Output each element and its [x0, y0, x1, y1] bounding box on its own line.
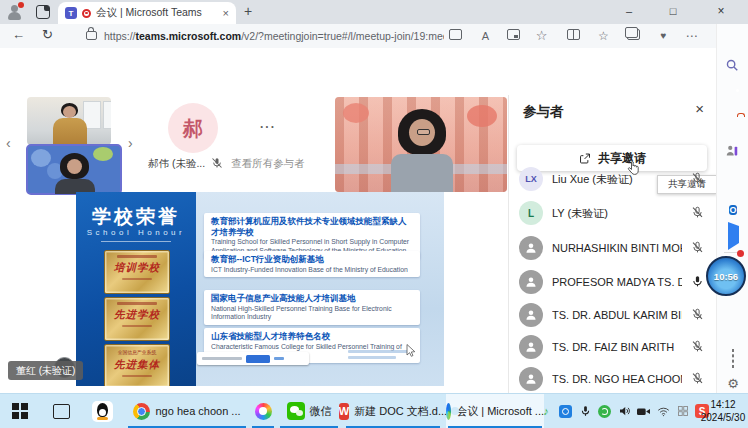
music-tray-icon[interactable]: ♪ — [538, 403, 554, 419]
camera-tray-icon[interactable] — [636, 403, 652, 419]
meeting-toolbar: 22:43 聊天 21 人员 举手 回应 视图 ... 更多 — [0, 48, 716, 96]
participant-avatar[interactable]: 郝 — [168, 103, 218, 153]
slide-subtitle: School Honour — [76, 228, 196, 237]
filmstrip-next-icon[interactable]: › — [128, 135, 133, 151]
participant-row[interactable]: PROFESOR MADYA TS. DR. M... — [509, 268, 717, 296]
new-tab-button[interactable]: + — [244, 3, 252, 19]
tab-search-icon[interactable] — [36, 5, 50, 19]
sidebar-settings-icon[interactable]: ⚙ — [725, 376, 741, 392]
mic-off-icon[interactable] — [691, 308, 705, 322]
mic-off-icon[interactable] — [691, 241, 705, 255]
split-screen-icon[interactable] — [566, 29, 581, 44]
tray-app-icon[interactable] — [558, 403, 574, 419]
read-aloud-icon[interactable]: A — [478, 29, 493, 44]
tab-groups-icon[interactable] — [626, 29, 641, 44]
taskbar-chrome[interactable]: ngo hea choon ... — [126, 394, 248, 428]
speaker-name-row: 郝伟 (未验... 查看所有参与者 — [148, 157, 305, 171]
qq-icon — [92, 401, 113, 422]
audio-device-tray-icon[interactable] — [675, 403, 691, 419]
honour-card-3: 国家电子信息产业高技能人才培训基地 National High-Skilled … — [204, 290, 420, 325]
avatar — [519, 303, 543, 327]
shopping-tag-icon[interactable] — [725, 86, 741, 102]
video-tile-participant-1[interactable] — [27, 97, 111, 145]
notification-dot — [737, 250, 744, 257]
taskbar-qq[interactable] — [86, 394, 118, 428]
window-maximize-button[interactable]: □ — [654, 0, 692, 23]
address-bar[interactable]: https://teams.microsoft.com/v2/?meetingj… — [104, 30, 444, 42]
timer-widget[interactable]: 10:56 — [706, 256, 746, 296]
recording-icon — [82, 9, 91, 18]
search-icon[interactable] — [725, 58, 741, 74]
award-plaque-1: 培训学校 — [104, 250, 170, 294]
taskbar-app-colorwheel[interactable] — [250, 394, 276, 428]
antivirus-tray-icon[interactable] — [597, 403, 613, 419]
screen: T 会议 | Microsoft Teams × + – □ × ← ↻ htt… — [0, 0, 748, 428]
browser-more-icon[interactable]: ⋯ — [684, 29, 699, 44]
avatar: L — [519, 201, 543, 225]
participant-row[interactable]: TS. DR. ABDUL KARIM BIN MO... — [509, 301, 717, 329]
lock-icon[interactable] — [86, 31, 97, 40]
award-plaque-3: 全国信息产业系统 先进集体 — [104, 344, 170, 386]
taskbar-wechat[interactable]: 微信 — [278, 394, 340, 428]
favorites-icon[interactable]: ☆ — [534, 29, 549, 44]
start-button[interactable] — [4, 394, 36, 428]
tab-media-icon[interactable] — [448, 29, 463, 44]
tab-title: 会议 | Microsoft Teams — [96, 6, 218, 20]
screenshot-icon[interactable] — [725, 350, 741, 366]
avatar — [519, 270, 543, 294]
games-icon[interactable] — [725, 144, 741, 160]
tile-more-icon[interactable]: ... — [260, 117, 276, 131]
avatar: LX — [519, 167, 543, 191]
taskbar-clock[interactable]: 14:12 2024/5/30 — [700, 398, 746, 424]
refresh-icon[interactable]: ↻ — [42, 27, 53, 42]
browser-profile-icon[interactable] — [7, 4, 23, 20]
slide-title: 学校荣誉 — [76, 204, 196, 230]
browser-tab[interactable]: T 会议 | Microsoft Teams × — [58, 2, 236, 24]
shared-screen-slide: 学校荣誉 School Honour 培训学校 先进学校 全国信息产业系统 先进… — [76, 192, 444, 386]
browser-essentials-icon[interactable]: ♥ — [656, 29, 671, 44]
wifi-tray-icon[interactable] — [655, 403, 671, 419]
browser-toolbar: ← ↻ https://teams.microsoft.com/v2/?meet… — [0, 24, 748, 49]
collections-icon[interactable]: ☆ — [596, 29, 611, 44]
task-view-button[interactable] — [46, 394, 76, 428]
picture-in-picture-icon[interactable] — [506, 29, 521, 44]
window-minimize-button[interactable]: – — [610, 0, 648, 23]
participant-row[interactable]: TS. DR. NGO HEA CHOON — [509, 365, 717, 393]
award-plaque-2: 先进学校 — [104, 297, 170, 341]
panel-close-icon[interactable]: × — [695, 100, 704, 117]
task-view-icon — [53, 404, 70, 419]
view-all-participants-link[interactable]: 查看所有参与者 — [231, 157, 305, 171]
mic-off-icon[interactable] — [691, 172, 705, 186]
mouse-cursor — [406, 344, 416, 357]
edge-icon — [446, 403, 451, 420]
microsoft-365-icon[interactable] — [725, 172, 741, 188]
avatar — [519, 236, 543, 260]
volume-tray-icon[interactable] — [616, 403, 632, 419]
participant-row[interactable]: LX Liu Xue (未验证) — [509, 165, 717, 193]
dialog-primary-button — [246, 355, 270, 363]
presenter-name-badge: 董红 (未验证) — [8, 361, 83, 380]
speaker-name: 郝伟 (未验... — [148, 157, 205, 171]
edge-sidebar: O ⚙ — [716, 24, 748, 393]
participant-row[interactable]: TS. DR. FAIZ BIN ARITH — [509, 333, 717, 361]
tools-icon[interactable] — [725, 116, 741, 132]
outlook-icon[interactable]: O — [725, 199, 741, 215]
video-tile-active-speaker[interactable] — [27, 145, 121, 194]
drop-icon[interactable] — [725, 226, 741, 242]
person-silhouette — [53, 103, 87, 145]
mic-on-icon[interactable] — [691, 275, 705, 289]
filmstrip-prev-icon[interactable]: ‹ — [6, 135, 11, 151]
mic-tray-icon[interactable] — [577, 403, 593, 419]
taskbar-wps[interactable]: W 新建 DOC 文档.d... — [344, 394, 442, 428]
mic-off-icon[interactable] — [691, 206, 705, 220]
taskbar-edge-active[interactable]: 会议 | Microsoft ... — [446, 394, 544, 428]
participant-row[interactable]: NURHASHIKIN BINTI MOHD S... — [509, 234, 717, 262]
mic-off-icon[interactable] — [691, 372, 705, 386]
back-icon[interactable]: ← — [12, 27, 25, 42]
chrome-icon — [133, 403, 150, 420]
tab-close-icon[interactable]: × — [223, 7, 229, 19]
window-close-button[interactable]: × — [702, 0, 740, 23]
video-tile-main-speaker[interactable] — [335, 97, 507, 192]
mic-off-icon[interactable] — [691, 340, 705, 354]
participant-row[interactable]: L LY (未验证) — [509, 199, 717, 227]
